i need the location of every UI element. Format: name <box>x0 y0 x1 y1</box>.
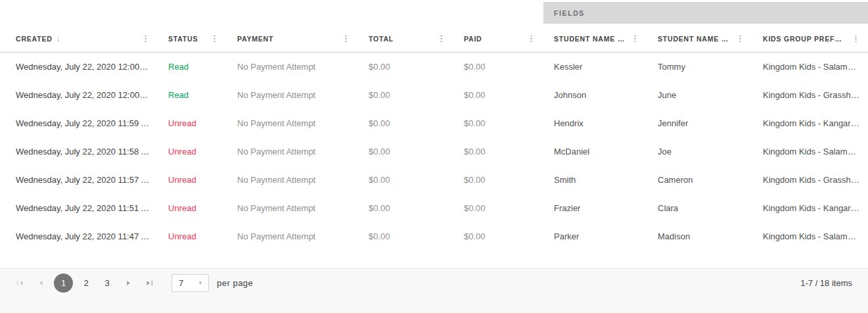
column-header-total[interactable]: TOTAL ⋮ <box>358 25 453 52</box>
column-header-created[interactable]: CREATED ↓ ⋮ <box>0 25 158 52</box>
cell-payment: No Payment Attempt <box>227 175 358 185</box>
cell-kids-group-preference: Kingdom Kids - Salama… <box>752 147 868 156</box>
page-3-button[interactable]: 3 <box>99 276 115 291</box>
last-page-icon <box>146 280 153 286</box>
cell-kids-group-preference: Kingdom Kids - Grassho… <box>752 90 868 100</box>
column-title-student-first-name: STUDENT NAME - FI… <box>658 35 731 43</box>
cell-status: Unread <box>158 231 227 241</box>
prev-page-icon <box>38 280 44 286</box>
cell-created: Wednesday, July 22, 2020 11:57 AM <box>0 175 158 185</box>
cell-total: $0.00 <box>358 147 453 156</box>
column-header-student-last-name[interactable]: STUDENT NAME - LA… ⋮ <box>543 25 647 52</box>
cell-payment: No Payment Attempt <box>227 147 358 156</box>
cell-kids-group-preference: Kingdom Kids - Kangaroo <box>752 118 868 128</box>
column-title-payment: PAYMENT <box>237 35 273 43</box>
body-bottom-spacer <box>0 251 868 268</box>
per-page-label: per page <box>217 278 253 288</box>
column-menu-icon[interactable]: ⋮ <box>626 34 639 43</box>
cell-student-first-name: Clara <box>647 203 752 213</box>
cell-payment: No Payment Attempt <box>227 90 358 100</box>
submissions-grid: FIELDS CREATED ↓ ⋮ STATUS ⋮ PAYMENT ⋮ TO… <box>0 0 868 313</box>
column-menu-icon[interactable]: ⋮ <box>205 34 219 43</box>
column-menu-icon[interactable]: ⋮ <box>846 34 860 43</box>
cell-created: Wednesday, July 22, 2020 12:00 PM <box>0 90 158 100</box>
cell-student-last-name: Kessler <box>543 62 647 72</box>
column-header-paid[interactable]: PAID ⋮ <box>453 25 543 52</box>
cell-created: Wednesday, July 22, 2020 11:47 AM <box>0 231 158 241</box>
page-size-dropdown[interactable]: 7 ▼ <box>171 274 209 292</box>
column-header-payment[interactable]: PAYMENT ⋮ <box>227 25 358 52</box>
column-menu-icon[interactable]: ⋮ <box>336 34 350 43</box>
next-page-icon <box>126 280 131 286</box>
column-menu-icon[interactable]: ⋮ <box>432 34 445 43</box>
cell-student-last-name: Smith <box>543 175 647 185</box>
cell-paid: $0.00 <box>453 90 543 100</box>
column-title-kids-group-preference: KIDS GROUP PREFE… <box>763 35 846 43</box>
cell-status: Unread <box>158 147 227 156</box>
cell-student-first-name: June <box>647 90 752 100</box>
fields-group-label: FIELDS <box>554 9 585 17</box>
cell-student-first-name: Madison <box>647 231 752 241</box>
cell-kids-group-preference: Kingdom Kids - Salama… <box>752 62 868 72</box>
cell-kids-group-preference: Kingdom Kids - Salama… <box>752 231 868 241</box>
cell-kids-group-preference: Kingdom Kids - Grassho… <box>752 175 868 185</box>
cell-payment: No Payment Attempt <box>227 231 358 241</box>
prev-page-button[interactable] <box>33 276 49 291</box>
cell-status: Read <box>158 90 227 100</box>
cell-kids-group-preference: Kingdom Kids - Kangaroo <box>752 203 868 213</box>
page-1-button[interactable]: 1 <box>54 274 73 293</box>
cell-status: Read <box>158 62 227 72</box>
cell-created: Wednesday, July 22, 2020 12:00 PM <box>0 62 158 72</box>
cell-payment: No Payment Attempt <box>227 62 358 72</box>
cell-created: Wednesday, July 22, 2020 11:59 AM <box>0 118 158 128</box>
first-page-icon <box>16 280 24 286</box>
cell-status: Unread <box>158 203 227 213</box>
cell-total: $0.00 <box>358 175 453 185</box>
column-header-status[interactable]: STATUS ⋮ <box>158 25 227 52</box>
cell-student-last-name: Hendrix <box>543 118 647 128</box>
pager: 1 2 3 7 ▼ per page 1-7 / 18 items <box>0 268 868 313</box>
cell-paid: $0.00 <box>453 147 543 156</box>
table-row[interactable]: Wednesday, July 22, 2020 11:57 AM Unread… <box>0 166 868 194</box>
items-count: 1-7 / 18 items <box>800 278 852 288</box>
page-2-button[interactable]: 2 <box>78 276 94 291</box>
cell-paid: $0.00 <box>453 175 543 185</box>
grid-body: Wednesday, July 22, 2020 12:00 PM Read N… <box>0 53 868 251</box>
cell-total: $0.00 <box>358 231 453 241</box>
last-page-button[interactable] <box>141 276 157 291</box>
cell-student-first-name: Joe <box>647 147 752 156</box>
cell-student-first-name: Tommy <box>647 62 752 72</box>
column-menu-icon[interactable]: ⋮ <box>731 34 744 43</box>
column-title-total: TOTAL <box>369 35 394 43</box>
column-menu-icon[interactable]: ⋮ <box>136 34 150 43</box>
cell-total: $0.00 <box>358 118 453 128</box>
cell-created: Wednesday, July 22, 2020 11:51 AM <box>0 203 158 213</box>
page-size-value: 7 <box>172 278 198 288</box>
cell-student-last-name: Frazier <box>543 203 647 213</box>
first-page-button[interactable] <box>12 276 28 291</box>
cell-total: $0.00 <box>358 90 453 100</box>
cell-student-last-name: McDaniel <box>543 147 647 156</box>
table-row[interactable]: Wednesday, July 22, 2020 12:00 PM Read N… <box>0 53 868 81</box>
table-row[interactable]: Wednesday, July 22, 2020 11:58 AM Unread… <box>0 137 868 166</box>
cell-student-first-name: Cameron <box>647 175 752 185</box>
next-page-button[interactable] <box>120 276 136 291</box>
table-row[interactable]: Wednesday, July 22, 2020 11:59 AM Unread… <box>0 109 868 137</box>
cell-status: Unread <box>158 175 227 185</box>
cell-paid: $0.00 <box>453 231 543 241</box>
column-title-paid: PAID <box>464 35 482 43</box>
column-title-status: STATUS <box>168 35 198 43</box>
cell-student-last-name: Parker <box>543 231 647 241</box>
cell-total: $0.00 <box>358 203 453 213</box>
column-header-student-first-name[interactable]: STUDENT NAME - FI… ⋮ <box>647 25 752 52</box>
grid-header-row: CREATED ↓ ⋮ STATUS ⋮ PAYMENT ⋮ TOTAL ⋮ P… <box>0 25 868 53</box>
column-header-kids-group-preference[interactable]: KIDS GROUP PREFE… ⋮ <box>752 25 868 52</box>
cell-paid: $0.00 <box>453 203 543 213</box>
table-row[interactable]: Wednesday, July 22, 2020 11:51 AM Unread… <box>0 194 868 222</box>
cell-total: $0.00 <box>358 62 453 72</box>
table-row[interactable]: Wednesday, July 22, 2020 12:00 PM Read N… <box>0 81 868 109</box>
sort-desc-icon: ↓ <box>57 34 60 43</box>
chevron-down-icon: ▼ <box>198 280 208 286</box>
table-row[interactable]: Wednesday, July 22, 2020 11:47 AM Unread… <box>0 222 868 251</box>
column-menu-icon[interactable]: ⋮ <box>522 34 536 43</box>
